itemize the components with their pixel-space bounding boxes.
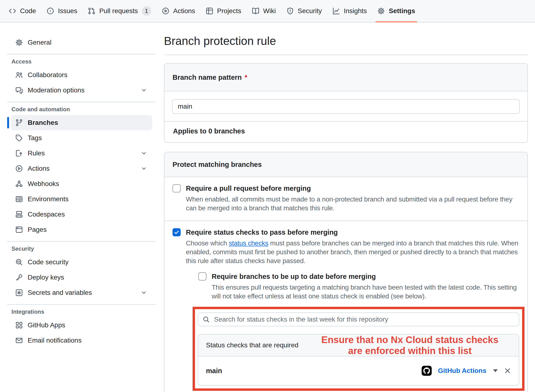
table-icon	[206, 7, 213, 15]
pull-requests-count-badge: 1	[142, 6, 151, 16]
status-checks-list-header: Status checks that are required Ensure t…	[198, 334, 519, 356]
github-logo-icon	[422, 366, 432, 376]
sidebar-item-email-notifications[interactable]: Email notifications	[11, 333, 152, 348]
sidebar-item-label: Pages	[28, 226, 47, 233]
sidebar-item-actions[interactable]: Actions	[11, 161, 152, 176]
asterisk-box-icon	[15, 289, 23, 297]
sidebar-item-label: Branches	[28, 119, 58, 127]
key-icon	[15, 274, 23, 281]
codescan-icon	[15, 258, 23, 266]
sidebar-item-label: Rules	[28, 149, 45, 157]
sidebar-item-environments[interactable]: Environments	[11, 191, 152, 207]
sidebar-item-rules[interactable]: Rules	[11, 146, 152, 161]
sidebar-item-github-apps[interactable]: GitHub Apps	[11, 318, 152, 333]
status-check-source-link[interactable]: GitHub Actions	[438, 367, 486, 375]
tab-label: Security	[298, 7, 322, 15]
option-require-status-checks: Require status checks to pass before mer…	[164, 221, 527, 392]
sidebar-section-title: Security	[7, 245, 156, 252]
branch-name-pattern-input[interactable]	[172, 99, 520, 114]
divider	[164, 55, 528, 55]
tab-pull-requests[interactable]: Pull requests 1	[84, 0, 156, 22]
sidebar-item-deploy-keys[interactable]: Deploy keys	[11, 270, 152, 285]
tab-actions[interactable]: Actions	[157, 0, 199, 22]
tab-label: Issues	[58, 7, 77, 15]
require-status-checks-checkbox[interactable]	[173, 228, 181, 236]
main-content: Branch protection rule Branch name patte…	[156, 22, 535, 392]
tab-label: Insights	[344, 7, 367, 15]
sidebar-item-label: Codespaces	[28, 211, 65, 218]
codespaces-icon	[15, 211, 23, 218]
protect-matching-branches-card: Protect matching branches Require a pull…	[164, 152, 528, 392]
remove-status-check-icon[interactable]	[504, 367, 511, 374]
chevron-down-icon	[141, 290, 147, 296]
option-require-pull-request: Require a pull request before merging Wh…	[164, 177, 527, 221]
sidebar-item-codespaces[interactable]: Codespaces	[11, 207, 152, 222]
annotation-text: Ensure that no Nx Cloud status checks ar…	[310, 334, 509, 356]
check-icon	[174, 229, 179, 235]
option-description: Choose which status checks must pass bef…	[186, 239, 519, 265]
sidebar-item-moderation-options[interactable]: Moderation options	[11, 83, 152, 98]
sidebar-item-webhooks[interactable]: Webhooks	[11, 176, 152, 191]
apps-icon	[15, 321, 23, 329]
required-asterisk: *	[245, 74, 247, 81]
sidebar-item-code-security[interactable]: Code security	[11, 254, 152, 270]
page-title: Branch protection rule	[164, 34, 528, 48]
tab-label: Code	[20, 7, 36, 15]
sidebar-item-secrets-and-variables[interactable]: Secrets and variables	[11, 285, 152, 300]
rules-icon	[15, 149, 23, 157]
tab-wiki[interactable]: Wiki	[247, 0, 280, 22]
github-settings-page: Code Issues Pull requests 1 Actions Proj…	[0, 0, 535, 392]
tab-projects[interactable]: Projects	[201, 0, 246, 22]
require-pull-request-checkbox[interactable]	[173, 184, 181, 192]
sidebar-item-label: Webhooks	[28, 180, 59, 188]
sidebar-item-label: Collaborators	[28, 71, 68, 79]
sidebar-item-label: Code security	[28, 258, 68, 266]
applies-to-branches: Applies to 0 branches	[164, 121, 527, 142]
sidebar-item-collaborators[interactable]: Collaborators	[11, 67, 152, 83]
browser-icon	[15, 226, 23, 233]
sidebar-item-pages[interactable]: Pages	[11, 222, 152, 237]
option-description: When enabled, all commits must be made t…	[186, 195, 519, 212]
sidebar-item-tags[interactable]: Tags	[11, 130, 152, 146]
divider	[7, 102, 156, 102]
sidebar-item-branches[interactable]: Branches	[11, 115, 152, 130]
require-up-to-date-checkbox[interactable]	[198, 272, 206, 281]
caret-down-icon[interactable]	[493, 369, 498, 372]
sidebar-item-label: General	[28, 39, 52, 46]
sidebar-item-label: Tags	[28, 134, 42, 142]
tab-label: Actions	[173, 7, 195, 15]
book-icon	[252, 7, 259, 15]
gear-icon	[377, 7, 385, 15]
option-label: Require a pull request before merging	[186, 183, 519, 193]
tab-insights[interactable]: Insights	[328, 0, 371, 22]
tab-label: Wiki	[263, 7, 276, 15]
branch-name-pattern-body	[164, 91, 527, 121]
tab-label: Projects	[217, 7, 241, 15]
pull-request-icon	[88, 7, 95, 15]
status-checks-link[interactable]: status checks	[229, 239, 268, 247]
people-icon	[15, 71, 23, 79]
search-icon	[203, 316, 210, 323]
protect-matching-branches-header: Protect matching branches	[164, 152, 527, 177]
chevron-down-icon	[141, 87, 147, 93]
sidebar-item-general[interactable]: General	[11, 35, 152, 50]
tab-settings[interactable]: Settings	[373, 0, 419, 22]
code-icon	[9, 7, 16, 15]
mail-icon	[15, 337, 23, 344]
status-checks-search-input[interactable]	[198, 313, 519, 326]
tab-issues[interactable]: Issues	[42, 0, 82, 22]
branch-name-pattern-header: Branch name pattern *	[164, 64, 527, 91]
tag-icon	[15, 134, 23, 142]
tab-code[interactable]: Code	[4, 0, 40, 22]
issue-opened-icon	[47, 7, 54, 15]
sidebar-item-label: Deploy keys	[28, 274, 64, 281]
status-check-row: main GitHub Actions	[198, 356, 519, 385]
sidebar-item-label: GitHub Apps	[28, 321, 65, 329]
comment-discussion-icon	[15, 86, 23, 94]
option-label: Require branches to be up to date before…	[212, 271, 519, 281]
graph-icon	[332, 7, 340, 15]
protect-matching-branches-label: Protect matching branches	[173, 161, 262, 169]
option-require-up-to-date: Require branches to be up to date before…	[198, 271, 519, 301]
required-status-checks-list: Status checks that are required Ensure t…	[198, 334, 519, 386]
tab-security[interactable]: Security	[282, 0, 326, 22]
